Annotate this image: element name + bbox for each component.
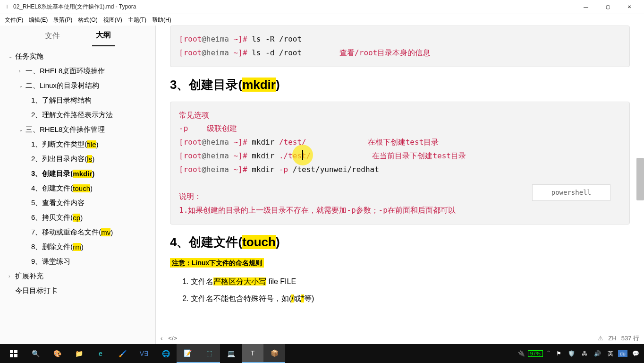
chevron-right-icon: › <box>19 69 25 74</box>
chevron-right-icon: › <box>8 274 15 279</box>
status-bar: ‹ </> ⚠ ZH 537 行 <box>156 332 644 344</box>
outline-item[interactable]: 5、查看文件内容 <box>0 196 155 210</box>
outline-item[interactable]: 2、理解文件路径表示方法 <box>0 108 155 122</box>
menu-format[interactable]: 格式(O) <box>75 15 100 25</box>
maximize-button[interactable]: ▢ <box>597 0 619 14</box>
code-block-ls[interactable]: [root@heima ~]# ls -R /root [root@heima … <box>170 26 630 67</box>
outline-item[interactable]: 4、创建文件(touch) <box>0 181 155 196</box>
tray-chevron-icon[interactable]: ˆ <box>546 350 551 357</box>
taskbar-chrome[interactable]: 🌐 <box>155 344 177 363</box>
code-language-selector[interactable]: powershell <box>532 184 610 201</box>
taskbar-app[interactable]: 📁 <box>68 344 90 363</box>
app-icon: T <box>4 4 10 10</box>
scrollbar-thumb[interactable] <box>636 158 644 200</box>
tray-notifications-icon[interactable]: 💬 <box>630 350 641 357</box>
window-controls: — ▢ ✕ <box>575 0 640 14</box>
outline-item-active[interactable]: 3、创建目录(mkdir) <box>0 166 155 181</box>
search-icon[interactable]: 🔍 <box>25 344 46 363</box>
taskbar-edge[interactable]: e <box>90 344 111 363</box>
system-tray[interactable]: 🔌 97% ˆ ⚑ 🛡️ 🖧 🔊 英 du 💬 <box>518 350 641 358</box>
workspace: 文件 大纲 ⌄任务实施 ›一、RHEL8桌面环境操作 ⌄二、Linux的目录树结… <box>0 26 644 344</box>
spell-lang[interactable]: ZH <box>608 335 616 342</box>
battery-indicator[interactable]: 97% <box>528 350 543 357</box>
outline-item[interactable]: 9、课堂练习 <box>0 254 155 269</box>
tray-ime-lang[interactable]: 英 <box>606 350 615 358</box>
tab-file[interactable]: 文件 <box>41 26 64 46</box>
chevron-down-icon: ⌄ <box>19 127 25 132</box>
tray-icon: 🛡️ <box>566 350 577 357</box>
taskbar[interactable]: 🔍 🎨 📁 e 🖌️ V∃ 🌐 📝 ⬚ 💻 T 📦 🔌 97% ˆ ⚑ 🛡️ 🖧… <box>0 344 644 363</box>
start-button[interactable] <box>3 344 25 363</box>
taskbar-app[interactable]: 📝 <box>177 344 198 363</box>
title-bar: T 02_RHEL8系统基本使用(文件操作1).md - Typora — ▢ … <box>0 0 644 14</box>
menu-help[interactable]: 帮助(H) <box>149 15 174 25</box>
outline-item[interactable]: 2、列出目录内容(ls) <box>0 152 155 166</box>
menu-view[interactable]: 视图(V) <box>101 15 125 25</box>
taskbar-vm[interactable]: 📦 <box>263 344 285 363</box>
code-block-mkdir[interactable]: 常见选项 -p级联创建 [root@heima ~]# mkdir /test/… <box>170 102 630 225</box>
power-icon[interactable]: 🔌 <box>518 350 525 357</box>
chevron-down-icon: ⌄ <box>19 83 25 88</box>
svg-rect-1 <box>14 350 17 353</box>
editor-area[interactable]: [root@heima ~]# ls -R /root [root@heima … <box>156 26 644 344</box>
tray-ime-brand[interactable]: du <box>618 350 627 357</box>
svg-rect-0 <box>10 350 13 353</box>
taskbar-app[interactable]: ⬚ <box>198 344 220 363</box>
tray-icon: ⚑ <box>554 350 563 357</box>
sidebar-tabs: 文件 大纲 <box>0 26 155 46</box>
taskbar-visio[interactable]: V∃ <box>133 344 155 363</box>
source-code-icon[interactable]: </> <box>168 335 177 342</box>
taskbar-app[interactable]: 🎨 <box>46 344 68 363</box>
minimize-button[interactable]: — <box>575 0 597 14</box>
warning-icon[interactable]: ⚠ <box>598 335 603 342</box>
menu-file[interactable]: 文件(F) <box>2 15 26 25</box>
svg-rect-3 <box>14 354 17 357</box>
sidebar: 文件 大纲 ⌄任务实施 ›一、RHEL8桌面环境操作 ⌄二、Linux的目录树结… <box>0 26 156 344</box>
list-item[interactable]: 文件名严格区分大小写 file FILE <box>191 274 630 289</box>
outline-item[interactable]: 1、了解目录树结构 <box>0 93 155 108</box>
line-count[interactable]: 537 行 <box>621 334 639 343</box>
menu-edit[interactable]: 编辑(E) <box>26 15 51 25</box>
tray-network-icon[interactable]: 🖧 <box>580 350 589 357</box>
taskbar-app[interactable]: 💻 <box>220 344 242 363</box>
outline-tree[interactable]: ⌄任务实施 ›一、RHEL8桌面环境操作 ⌄二、Linux的目录树结构 1、了解… <box>0 46 155 344</box>
outline-item[interactable]: ⌄任务实施 <box>0 49 155 64</box>
outline-item[interactable]: ›扩展补充 <box>0 269 155 284</box>
outline-item[interactable]: ›一、RHEL8桌面环境操作 <box>0 64 155 78</box>
tray-volume-icon[interactable]: 🔊 <box>592 350 603 357</box>
menu-paragraph[interactable]: 段落(P) <box>51 15 75 25</box>
outline-item[interactable]: 8、删除文件(rm) <box>0 240 155 254</box>
taskbar-app[interactable]: 🖌️ <box>111 344 133 363</box>
outline-item[interactable]: 今日目标打卡 <box>0 284 155 298</box>
heading-touch[interactable]: 4、创建文件(touch) <box>170 234 630 251</box>
outline-item[interactable]: ⌄三、RHEL8文件操作管理 <box>0 122 155 137</box>
editor-content[interactable]: [root@heima ~]# ls -R /root [root@heima … <box>156 26 644 344</box>
outline-item[interactable]: 7、移动或重命名文件(mv) <box>0 225 155 240</box>
tab-outline[interactable]: 大纲 <box>92 26 115 46</box>
svg-rect-2 <box>10 354 13 357</box>
chevron-down-icon: ⌄ <box>8 54 15 59</box>
taskbar-typora[interactable]: T <box>242 344 263 363</box>
back-icon[interactable]: ‹ <box>161 335 162 342</box>
rules-list[interactable]: 文件名严格区分大小写 file FILE 文件名不能包含特殊符号，如(/或*等) <box>191 274 630 306</box>
notice-line[interactable]: 注意：Linux下文件的命名规则 <box>170 259 630 268</box>
outline-item[interactable]: 6、拷贝文件(cp) <box>0 210 155 225</box>
heading-mkdir[interactable]: 3、创建目录(mkdir) <box>170 77 630 93</box>
outline-item[interactable]: 1、判断文件类型(file) <box>0 137 155 152</box>
window-title: 02_RHEL8系统基本使用(文件操作1).md - Typora <box>13 3 575 11</box>
list-item[interactable]: 文件名不能包含特殊符号，如(/或*等) <box>191 291 630 306</box>
menu-theme[interactable]: 主题(T) <box>125 15 149 25</box>
menu-bar: 文件(F) 编辑(E) 段落(P) 格式(O) 视图(V) 主题(T) 帮助(H… <box>0 14 644 26</box>
outline-item[interactable]: ⌄二、Linux的目录树结构 <box>0 78 155 93</box>
close-button[interactable]: ✕ <box>619 0 640 14</box>
